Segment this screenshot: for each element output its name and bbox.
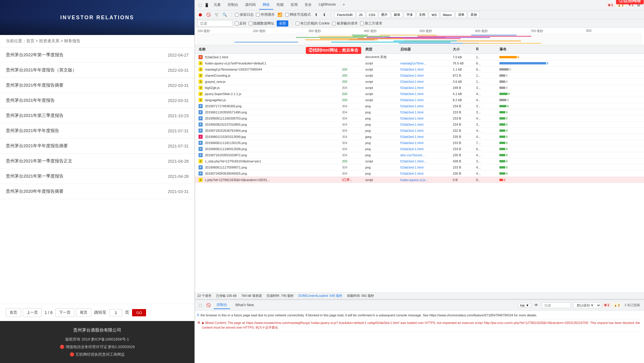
report-item[interactable]: 贵州茅台2021年年度报告（英文版）2022-03-31 bbox=[0, 63, 194, 78]
table-row[interactable]: P 20190606111160338753.png 304 png f10ab… bbox=[195, 115, 644, 122]
filter-type-Fetch/XHR[interactable]: Fetch/XHR bbox=[334, 12, 355, 18]
go-btn[interactable]: GO bbox=[132, 309, 146, 316]
report-item[interactable]: 贵州茅台2021年第一季度报告2021-04-28 bbox=[0, 169, 194, 184]
row-initiator: f10ab3ed-1.html bbox=[399, 129, 452, 133]
filter-type-文档[interactable]: 文档 bbox=[416, 12, 428, 18]
hide-data-label[interactable]: 隐藏数据网址 bbox=[249, 21, 274, 26]
invert-label[interactable]: 反转 bbox=[235, 21, 246, 26]
devtools-tab-lighthouse[interactable]: Lighthouse bbox=[315, 1, 339, 10]
table-row[interactable]: J c.php?id=1279621635&l=0&random=16531..… bbox=[195, 177, 644, 183]
offline-cb[interactable] bbox=[285, 13, 289, 17]
first-page-btn[interactable]: 首页 bbox=[6, 308, 21, 317]
table-row[interactable]: J chanelCounting.js 200 script f10ab3ed-… bbox=[195, 73, 644, 79]
row-waterfall bbox=[498, 178, 642, 181]
table-row[interactable]: P 20190717174936359.png 304 png f10ab3ed… bbox=[195, 103, 644, 109]
table-row[interactable]: J z_stat.php?id=1279165154&show=pic1 200… bbox=[195, 158, 644, 164]
preserve-log-cb[interactable] bbox=[235, 13, 239, 17]
devtools-settings-icon[interactable]: ⚙ bbox=[636, 2, 642, 8]
table-row[interactable]: P 20190611163555571490.png 304 png f10ab… bbox=[195, 109, 644, 115]
report-item[interactable]: 贵州茅台2021年半年度报告摘要2021-07-31 bbox=[0, 138, 194, 154]
blocked-requests-cb[interactable] bbox=[332, 22, 336, 25]
timeline-label: 100 毫秒 bbox=[197, 29, 253, 33]
devtools-tab-安全[interactable]: 安全 bbox=[301, 1, 315, 10]
table-row[interactable]: J languagefan.js 200 script f10ab3ed-1.h… bbox=[195, 97, 644, 103]
record-btn[interactable]: ⏺ bbox=[197, 12, 203, 18]
all-btn[interactable]: 全部 bbox=[277, 20, 288, 27]
console-tab[interactable]: 控制台 bbox=[214, 301, 230, 309]
upload-icon[interactable]: ⬆ bbox=[313, 12, 319, 18]
table-row[interactable]: P 20190508232237010855.png 304 png f10ab… bbox=[195, 122, 644, 128]
table-row[interactable]: P 20190724093530045925.png 304 png f10ab… bbox=[195, 171, 644, 177]
blocked-cookies-label[interactable]: 有已拦截的 Cookie bbox=[296, 21, 330, 26]
last-page-btn[interactable]: 尾页 bbox=[76, 308, 91, 317]
disable-cache-label[interactable]: 停用缓存 bbox=[256, 12, 275, 17]
report-item[interactable]: 贵州茅台2021年半年度报告2021-07-31 bbox=[0, 123, 194, 138]
devtools-tab-性能[interactable]: 性能 bbox=[273, 1, 287, 10]
clear-btn[interactable]: 🚫 bbox=[206, 12, 211, 18]
table-row[interactable]: I 20190801215301513599.jpg 304 jpeg f10a… bbox=[195, 134, 644, 140]
search-icon[interactable]: 🔍 bbox=[222, 12, 228, 18]
table-row[interactable]: J huilan-jquery-ui.js?self=true&skin=def… bbox=[195, 60, 644, 66]
filter-type-Wasm[interactable]: Wasm bbox=[440, 12, 455, 18]
next-page-btn[interactable]: 下一页 bbox=[55, 308, 74, 317]
devtools-tab-应用[interactable]: 应用 bbox=[287, 1, 301, 10]
devtools-tab-»[interactable]: » bbox=[339, 1, 348, 10]
offline-icon[interactable]: 📶 bbox=[277, 12, 283, 18]
eye-icon[interactable]: 👁 bbox=[534, 302, 539, 308]
devtools-cursor-icon[interactable]: ⬚ bbox=[197, 2, 203, 8]
table-row[interactable]: J big52gb.js 304 script f10ab3ed-1.html … bbox=[195, 85, 644, 91]
filter-type-清单[interactable]: 清单 bbox=[455, 12, 467, 18]
download-icon[interactable]: ⬇ bbox=[321, 12, 327, 18]
filter-type-字体[interactable]: 字体 bbox=[404, 12, 415, 18]
console-block-icon[interactable]: 🚫 bbox=[206, 302, 211, 308]
filter-input[interactable] bbox=[197, 20, 232, 27]
network-toolbar: ⏺ 🚫 ▽ 🔍 保留日志 停用缓存 📶 网络节流模式 ⬆ ⬇ Fetch/XHR… bbox=[195, 10, 644, 19]
table-row[interactable]: P 20190718152636762464.png 304 png f10ab… bbox=[195, 128, 644, 134]
console-expand-icon[interactable]: ⬚ bbox=[197, 302, 203, 308]
report-item[interactable]: 贵州茅台2021年年度报告摘要2022-03-31 bbox=[0, 78, 194, 93]
preserve-log-label[interactable]: 保留日志 bbox=[235, 12, 254, 17]
devtools-tab-控制台[interactable]: 控制台 bbox=[224, 1, 242, 10]
devtools-mobile-icon[interactable]: 📱 bbox=[204, 2, 210, 8]
table-row[interactable]: H f10ab3ed-1.html document 其他 7.0 kB 1.. bbox=[195, 54, 644, 60]
whatsnew-tab[interactable]: What's New bbox=[232, 302, 257, 309]
devtools-tab-网络[interactable]: 网络 bbox=[259, 1, 273, 10]
third-party-label[interactable]: 第三方请求 bbox=[360, 21, 382, 26]
table-row[interactable]: J jquery.SuperSlide.2.1.1.js 200 script … bbox=[195, 91, 644, 97]
blocked-cookies-cb[interactable] bbox=[296, 22, 299, 25]
third-party-cb[interactable] bbox=[360, 22, 364, 25]
table-row[interactable]: J maotaigf.js?timestamp=1563277069344 20… bbox=[195, 66, 644, 73]
page-input[interactable] bbox=[109, 309, 122, 316]
blocked-requests-label[interactable]: 被屏蔽的请求 bbox=[332, 21, 358, 26]
prev-page-btn[interactable]: 上一页 bbox=[23, 308, 42, 317]
filter-type-WS[interactable]: WS bbox=[429, 12, 439, 18]
devtools-tab-元素[interactable]: 元素 bbox=[210, 1, 224, 10]
filter-type-图片[interactable]: 图片 bbox=[379, 12, 390, 18]
report-item[interactable]: 贵州茅台2022年第一季度报告2022-04-27 bbox=[0, 48, 194, 63]
devtools-tab-源代码[interactable]: 源代码 bbox=[242, 1, 259, 10]
severity-select[interactable]: 默认级别 ▼ bbox=[573, 302, 601, 308]
top-selector[interactable]: top ▼ bbox=[518, 303, 531, 308]
disable-cache-cb[interactable] bbox=[256, 13, 260, 17]
report-item[interactable]: 贵州茅台2021年年度报告2022-03-31 bbox=[0, 93, 194, 108]
hide-data-cb[interactable] bbox=[249, 22, 252, 25]
row-status: 304 bbox=[341, 165, 364, 169]
table-row[interactable]: P 20190606111175599071.png 304 png f10ab… bbox=[195, 164, 644, 171]
table-row[interactable]: P 20190606111181130135.png 304 png f10ab… bbox=[195, 140, 644, 146]
filter-type-JS[interactable]: JS bbox=[356, 12, 365, 18]
console-filter[interactable] bbox=[542, 302, 571, 308]
row-b: 4... bbox=[475, 153, 498, 157]
invert-cb[interactable] bbox=[235, 22, 238, 25]
table-row[interactable]: J grayed_new.js 200 script f10ab3ed-1.ht… bbox=[195, 79, 644, 85]
row-name: I 20190801215301513599.jpg bbox=[197, 134, 341, 139]
report-item[interactable]: 贵州茅台2021年第一季度报告正文2021-04-28 bbox=[0, 154, 194, 169]
offline-label[interactable]: 网络节流模式 bbox=[285, 12, 311, 17]
table-row[interactable]: P 20190606111180412508.png 304 png f10ab… bbox=[195, 146, 644, 152]
filter-type-CSS[interactable]: CSS bbox=[366, 12, 378, 18]
report-item[interactable]: 贵州茅台2021年第三季度报告2021-10-23 bbox=[0, 108, 194, 123]
filter-icon[interactable]: ▽ bbox=[214, 12, 220, 18]
table-row[interactable]: P 20190716193553333872.png 304 png skin.… bbox=[195, 152, 644, 158]
report-item[interactable]: 贵州茅台2020年年度报告摘要2021-03-31 bbox=[0, 184, 194, 199]
filter-type-其他[interactable]: 其他 bbox=[468, 12, 480, 18]
filter-type-媒体[interactable]: 媒体 bbox=[391, 12, 403, 18]
